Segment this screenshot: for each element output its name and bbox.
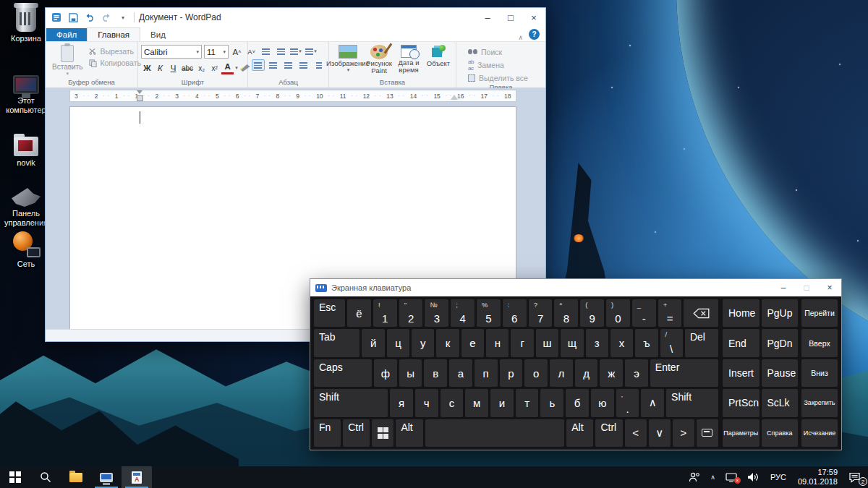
key-r5-2[interactable]: Ctrl bbox=[343, 419, 370, 447]
desktop-icon-control-panel[interactable]: Панель управления bbox=[3, 178, 49, 227]
key-end[interactable]: End bbox=[723, 329, 760, 356]
key-r2-2[interactable]: й bbox=[362, 329, 384, 356]
volume-tray-icon[interactable] bbox=[742, 466, 765, 488]
key-r3-6[interactable]: п bbox=[475, 359, 498, 387]
key-r1-7[interactable]: %5 bbox=[477, 299, 501, 327]
replace-button[interactable]: abacЗамена bbox=[468, 59, 504, 70]
minimize-button[interactable]: – bbox=[476, 8, 499, 27]
wordpad-titlebar[interactable]: ▾ Документ - WordPad – □ × bbox=[46, 8, 545, 27]
insert-datetime-button[interactable]: Дата и время bbox=[394, 44, 423, 74]
key-r5-6[interactable]: Alt bbox=[566, 419, 593, 447]
key-r2-6[interactable]: е bbox=[461, 329, 484, 356]
key-r5-10[interactable]: > bbox=[673, 419, 694, 447]
key-r2-8[interactable]: г bbox=[511, 329, 533, 356]
key-r1-11[interactable]: (9 bbox=[580, 299, 604, 327]
line-spacing-button[interactable]: ▾ bbox=[305, 46, 318, 57]
increase-indent-button[interactable] bbox=[274, 46, 287, 57]
key-r1-14[interactable]: += bbox=[658, 299, 682, 327]
key-r2-15[interactable]: Del bbox=[685, 329, 718, 356]
justify-button[interactable] bbox=[297, 59, 310, 71]
key-r2-11[interactable]: з bbox=[586, 329, 608, 356]
insert-image-button[interactable]: Изображение ▾ bbox=[332, 44, 364, 73]
key-r1-12[interactable]: )0 bbox=[606, 299, 630, 327]
key-pause[interactable]: Pause bbox=[762, 359, 799, 387]
key-r4-8[interactable]: ь bbox=[540, 389, 563, 416]
paragraph-dialog-button[interactable] bbox=[312, 59, 326, 71]
qat-dropdown-icon[interactable]: ▾ bbox=[116, 11, 129, 24]
minimize-ribbon-icon[interactable]: ∧ bbox=[512, 34, 529, 41]
key-sclk[interactable]: ScLk bbox=[762, 389, 799, 416]
strikethrough-button[interactable]: abc bbox=[180, 61, 195, 74]
key-r1-15[interactable] bbox=[684, 299, 718, 327]
key-вниз[interactable]: Вниз bbox=[801, 359, 838, 387]
start-button[interactable] bbox=[0, 466, 30, 488]
key-r4-6[interactable]: и bbox=[490, 389, 514, 416]
key-insert[interactable]: Insert bbox=[723, 359, 760, 387]
key-r3-1[interactable]: Caps bbox=[314, 359, 372, 387]
tab-file[interactable]: Файл bbox=[46, 28, 87, 41]
key-параметры[interactable]: Параметры bbox=[723, 419, 760, 447]
key-r5-11[interactable] bbox=[697, 419, 718, 447]
key-r3-8[interactable]: о bbox=[524, 359, 548, 387]
key-r1-10[interactable]: *8 bbox=[554, 299, 578, 327]
maximize-button[interactable]: □ bbox=[499, 8, 522, 27]
italic-button[interactable]: К bbox=[154, 61, 166, 74]
search-button[interactable] bbox=[30, 466, 61, 488]
find-button[interactable]: Поиск bbox=[468, 46, 502, 57]
decrease-indent-button[interactable] bbox=[259, 46, 272, 57]
key-r3-9[interactable]: л bbox=[550, 359, 573, 387]
key-r2-3[interactable]: ц bbox=[387, 329, 409, 356]
key-r2-14[interactable]: /\ bbox=[660, 329, 683, 356]
key-исчезание[interactable]: Исчезание bbox=[801, 419, 838, 447]
margin-marker[interactable] bbox=[451, 95, 458, 100]
desktop-icon-novik[interactable]: novik bbox=[3, 127, 49, 168]
undo-button[interactable] bbox=[83, 11, 96, 24]
file-explorer-button[interactable] bbox=[61, 466, 91, 488]
key-r4-9[interactable]: б bbox=[566, 389, 589, 416]
osk-titlebar[interactable]: Экранная клавиатура – □ × bbox=[310, 279, 841, 296]
key-pgup[interactable]: PgUp bbox=[762, 299, 799, 327]
action-center-icon[interactable]: 2 bbox=[843, 466, 868, 488]
key-r3-2[interactable]: ф bbox=[374, 359, 397, 387]
copy-button[interactable]: Копировать bbox=[89, 59, 141, 67]
key-r4-12[interactable]: ∧ bbox=[641, 389, 664, 416]
subscript-button[interactable]: x₂ bbox=[195, 61, 208, 74]
indent-marker[interactable] bbox=[137, 90, 143, 101]
key-pgdn[interactable]: PgDn bbox=[762, 329, 799, 356]
key-r5-9[interactable]: ∨ bbox=[649, 419, 671, 447]
key-r2-12[interactable]: х bbox=[610, 329, 633, 356]
font-size-combo[interactable]: 11▾ bbox=[204, 45, 229, 59]
key-вверх[interactable]: Вверх bbox=[801, 329, 838, 356]
key-r3-13[interactable]: Enter bbox=[650, 359, 718, 387]
key-r3-7[interactable]: р bbox=[500, 359, 523, 387]
ruler[interactable]: 3· ·2· ·1· ·1· ·2· ·3· ·4· ·5· ·6· ·7· ·… bbox=[46, 88, 545, 103]
key-r2-5[interactable]: к bbox=[436, 329, 459, 356]
osk-taskbar-button[interactable] bbox=[91, 466, 122, 488]
language-indicator[interactable]: РУС bbox=[765, 473, 792, 481]
key-r4-3[interactable]: ч bbox=[415, 389, 438, 416]
osk-maximize-button[interactable]: □ bbox=[795, 279, 818, 296]
key-r3-12[interactable]: э bbox=[625, 359, 648, 387]
key-r4-1[interactable]: Shift bbox=[314, 389, 388, 416]
key-r5-7[interactable]: Ctrl bbox=[595, 419, 622, 447]
key-r2-7[interactable]: н bbox=[486, 329, 509, 356]
key-r4-2[interactable]: я bbox=[390, 389, 413, 416]
redo-button[interactable] bbox=[100, 11, 113, 24]
key-r1-13[interactable]: _- bbox=[632, 299, 656, 327]
key-r4-7[interactable]: т bbox=[516, 389, 539, 416]
select-all-button[interactable]: Выделить все bbox=[468, 72, 528, 83]
people-tray-icon[interactable] bbox=[684, 466, 705, 488]
key-r1-9[interactable]: ?7 bbox=[529, 299, 553, 327]
insert-object-button[interactable]: Объект bbox=[424, 44, 453, 67]
bold-button[interactable]: Ж bbox=[141, 61, 153, 74]
key-r2-4[interactable]: у bbox=[412, 329, 434, 356]
font-family-combo[interactable]: Calibri▾ bbox=[141, 45, 202, 59]
desktop-icon-recycle-bin[interactable]: Корзина bbox=[3, 3, 49, 43]
key-перейти[interactable]: Перейти bbox=[801, 299, 838, 327]
key-r5-3[interactable] bbox=[372, 419, 393, 447]
close-button[interactable]: × bbox=[522, 8, 545, 27]
align-left-button[interactable] bbox=[252, 59, 265, 71]
key-r1-4[interactable]: "2 bbox=[399, 299, 423, 327]
key-r4-11[interactable]: ,. bbox=[616, 389, 639, 416]
insert-paint-drawing-button[interactable]: Рисунок Paint bbox=[365, 44, 393, 75]
